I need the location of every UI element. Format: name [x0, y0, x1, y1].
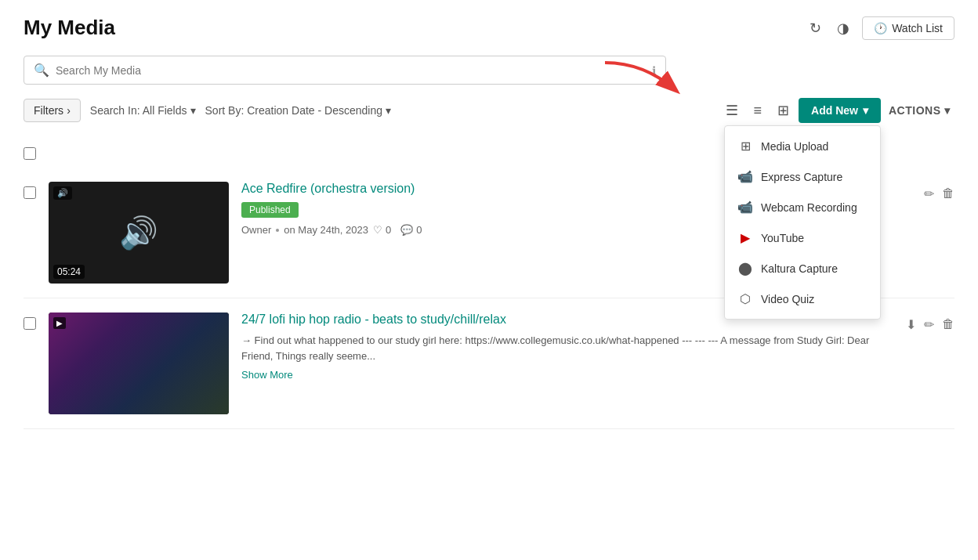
- compact-view-button[interactable]: ≡: [748, 98, 769, 124]
- page-title: My Media: [24, 16, 115, 40]
- item2-checkbox[interactable]: [24, 317, 36, 330]
- item1-actions: ✏ 🗑: [924, 182, 954, 201]
- dropdown-item-video-quiz[interactable]: ⬡ Video Quiz: [725, 284, 880, 314]
- item2-actions: ⬇ ✏ 🗑: [906, 313, 954, 332]
- likes-comments: ♡ 0 💬 0: [373, 224, 422, 236]
- search-icon: 🔍: [34, 63, 49, 78]
- video-quiz-icon: ⬡: [737, 291, 753, 306]
- comment-icon: 💬: [400, 224, 413, 236]
- chevron-down-icon: ▾: [190, 104, 196, 117]
- item1-date: on May 24th, 2023: [284, 224, 368, 236]
- dropdown-item-youtube[interactable]: ▶ YouTube: [725, 222, 880, 253]
- webcam-recording-icon: 📹: [737, 200, 753, 215]
- duration-badge: 05:24: [53, 265, 85, 279]
- filters-row: Filters › Search In: All Fields ▾ Sort B…: [24, 97, 954, 124]
- search-bar-container: 🔍 ℹ: [24, 56, 666, 85]
- edit-button-item2[interactable]: ✏: [924, 317, 934, 332]
- item1-thumbnail[interactable]: 🔊 🔊 05:24: [49, 182, 229, 284]
- page-header: My Media ↻ ◑ 🕐 Watch List: [24, 16, 954, 40]
- contrast-button[interactable]: ◑: [834, 16, 853, 40]
- info-icon: ℹ: [652, 64, 656, 77]
- youtube-icon: ▶: [737, 230, 753, 245]
- search-in-dropdown[interactable]: Search In: All Fields ▾: [90, 104, 196, 117]
- item2-thumbnail[interactable]: ▶: [49, 313, 229, 414]
- yt-badge: ▶: [53, 317, 66, 329]
- item1-owner: Owner: [241, 224, 271, 236]
- comment-item: 💬 0: [400, 224, 422, 236]
- dropdown-item-express-capture[interactable]: 📹 Express Capture: [725, 161, 880, 192]
- show-more-link[interactable]: Show More: [241, 369, 293, 381]
- list-view-button[interactable]: ☰: [719, 97, 744, 124]
- add-new-dropdown-menu: ⊞ Media Upload 📹 Express Capture 📹 Webca…: [724, 125, 881, 320]
- kaltura-capture-icon: ⬤: [737, 261, 753, 276]
- dropdown-item-webcam-recording[interactable]: 📹 Webcam Recording: [725, 192, 880, 222]
- delete-button-item1[interactable]: 🗑: [942, 186, 954, 201]
- select-all-checkbox[interactable]: [24, 147, 36, 160]
- express-capture-icon: 📹: [737, 169, 753, 184]
- chevron-right-icon: ›: [67, 104, 71, 117]
- clock-icon: 🕐: [874, 22, 887, 34]
- watch-list-button[interactable]: 🕐 Watch List: [862, 16, 954, 40]
- grid-view-button[interactable]: ⊞: [771, 97, 795, 124]
- delete-button-item2[interactable]: 🗑: [942, 317, 954, 331]
- edit-button-item1[interactable]: ✏: [924, 186, 934, 201]
- published-badge: Published: [241, 202, 299, 218]
- dropdown-item-kaltura-capture[interactable]: ⬤ Kaltura Capture: [725, 253, 880, 284]
- item1-checkbox[interactable]: [24, 186, 36, 199]
- add-new-button[interactable]: Add New ▾: [799, 98, 881, 123]
- download-button-item2[interactable]: ⬇: [906, 317, 916, 332]
- speaker-icon: 🔊: [119, 215, 158, 251]
- actions-chevron-icon: ▾: [944, 104, 951, 117]
- heart-icon: ♡: [373, 224, 382, 236]
- meta-separator: [276, 229, 279, 232]
- add-new-wrapper: Add New ▾: [799, 98, 881, 123]
- add-new-chevron-icon: ▾: [863, 104, 868, 117]
- sort-dropdown[interactable]: Sort By: Creation Date - Descending ▾: [205, 104, 391, 117]
- view-controls: ☰ ≡ ⊞ Add New ▾: [719, 97, 954, 124]
- header-actions: ↻ ◑ 🕐 Watch List: [806, 16, 954, 40]
- refresh-button[interactable]: ↻: [806, 16, 824, 40]
- filters-button[interactable]: Filters ›: [24, 99, 81, 122]
- dropdown-item-media-upload[interactable]: ⊞ Media Upload: [725, 131, 880, 161]
- media-upload-icon: ⊞: [737, 139, 753, 154]
- search-input[interactable]: [56, 64, 646, 77]
- search-bar-row: 🔍 ℹ: [24, 56, 954, 85]
- item2-info: 24/7 lofi hip hop radio - beats to study…: [241, 313, 893, 381]
- sort-chevron-icon: ▾: [386, 104, 391, 117]
- like-item: ♡ 0: [373, 224, 391, 236]
- actions-button[interactable]: ACTIONS ▾: [884, 98, 954, 123]
- audio-badge: 🔊: [53, 186, 72, 200]
- item2-description: → Find out what happened to our study gi…: [241, 333, 893, 363]
